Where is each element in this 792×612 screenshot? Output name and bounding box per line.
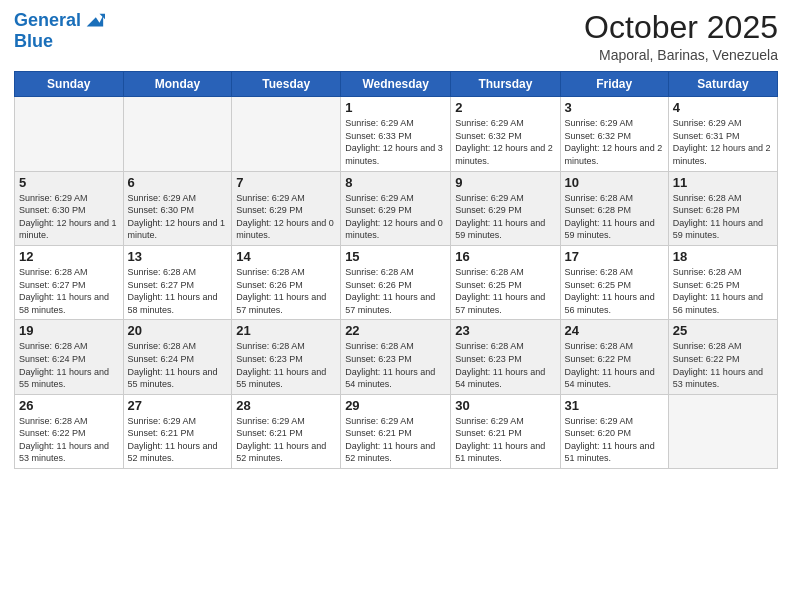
day-number: 28 — [236, 398, 336, 413]
day-cell — [123, 97, 232, 171]
day-number: 1 — [345, 100, 446, 115]
day-info: Sunrise: 6:28 AM Sunset: 6:24 PM Dayligh… — [128, 340, 228, 390]
logo: General Blue — [14, 10, 105, 52]
day-cell: 21Sunrise: 6:28 AM Sunset: 6:23 PM Dayli… — [232, 320, 341, 394]
weekday-saturday: Saturday — [668, 72, 777, 97]
day-number: 20 — [128, 323, 228, 338]
day-cell: 5Sunrise: 6:29 AM Sunset: 6:30 PM Daylig… — [15, 171, 124, 245]
day-info: Sunrise: 6:29 AM Sunset: 6:29 PM Dayligh… — [455, 192, 555, 242]
day-info: Sunrise: 6:28 AM Sunset: 6:28 PM Dayligh… — [673, 192, 773, 242]
day-number: 22 — [345, 323, 446, 338]
day-cell: 6Sunrise: 6:29 AM Sunset: 6:30 PM Daylig… — [123, 171, 232, 245]
day-info: Sunrise: 6:28 AM Sunset: 6:22 PM Dayligh… — [565, 340, 664, 390]
day-cell: 2Sunrise: 6:29 AM Sunset: 6:32 PM Daylig… — [451, 97, 560, 171]
day-info: Sunrise: 6:28 AM Sunset: 6:25 PM Dayligh… — [565, 266, 664, 316]
day-number: 31 — [565, 398, 664, 413]
day-cell: 11Sunrise: 6:28 AM Sunset: 6:28 PM Dayli… — [668, 171, 777, 245]
day-info: Sunrise: 6:28 AM Sunset: 6:23 PM Dayligh… — [345, 340, 446, 390]
weekday-tuesday: Tuesday — [232, 72, 341, 97]
logo-icon — [83, 10, 105, 32]
day-cell: 3Sunrise: 6:29 AM Sunset: 6:32 PM Daylig… — [560, 97, 668, 171]
day-info: Sunrise: 6:29 AM Sunset: 6:33 PM Dayligh… — [345, 117, 446, 167]
day-info: Sunrise: 6:29 AM Sunset: 6:30 PM Dayligh… — [128, 192, 228, 242]
day-cell: 30Sunrise: 6:29 AM Sunset: 6:21 PM Dayli… — [451, 394, 560, 468]
day-info: Sunrise: 6:29 AM Sunset: 6:29 PM Dayligh… — [345, 192, 446, 242]
weekday-monday: Monday — [123, 72, 232, 97]
day-cell: 24Sunrise: 6:28 AM Sunset: 6:22 PM Dayli… — [560, 320, 668, 394]
day-info: Sunrise: 6:29 AM Sunset: 6:21 PM Dayligh… — [345, 415, 446, 465]
day-info: Sunrise: 6:28 AM Sunset: 6:27 PM Dayligh… — [128, 266, 228, 316]
day-cell: 7Sunrise: 6:29 AM Sunset: 6:29 PM Daylig… — [232, 171, 341, 245]
weekday-header-row: SundayMondayTuesdayWednesdayThursdayFrid… — [15, 72, 778, 97]
day-number: 11 — [673, 175, 773, 190]
weekday-thursday: Thursday — [451, 72, 560, 97]
day-number: 7 — [236, 175, 336, 190]
day-cell: 10Sunrise: 6:28 AM Sunset: 6:28 PM Dayli… — [560, 171, 668, 245]
day-info: Sunrise: 6:28 AM Sunset: 6:26 PM Dayligh… — [345, 266, 446, 316]
day-info: Sunrise: 6:28 AM Sunset: 6:25 PM Dayligh… — [455, 266, 555, 316]
weekday-sunday: Sunday — [15, 72, 124, 97]
week-row-3: 12Sunrise: 6:28 AM Sunset: 6:27 PM Dayli… — [15, 245, 778, 319]
day-cell: 23Sunrise: 6:28 AM Sunset: 6:23 PM Dayli… — [451, 320, 560, 394]
day-number: 27 — [128, 398, 228, 413]
day-number: 14 — [236, 249, 336, 264]
day-cell: 14Sunrise: 6:28 AM Sunset: 6:26 PM Dayli… — [232, 245, 341, 319]
day-cell — [668, 394, 777, 468]
day-cell: 25Sunrise: 6:28 AM Sunset: 6:22 PM Dayli… — [668, 320, 777, 394]
day-number: 6 — [128, 175, 228, 190]
day-number: 2 — [455, 100, 555, 115]
day-info: Sunrise: 6:29 AM Sunset: 6:21 PM Dayligh… — [455, 415, 555, 465]
week-row-5: 26Sunrise: 6:28 AM Sunset: 6:22 PM Dayli… — [15, 394, 778, 468]
day-number: 25 — [673, 323, 773, 338]
day-number: 24 — [565, 323, 664, 338]
day-number: 13 — [128, 249, 228, 264]
day-number: 5 — [19, 175, 119, 190]
day-info: Sunrise: 6:29 AM Sunset: 6:21 PM Dayligh… — [128, 415, 228, 465]
weekday-wednesday: Wednesday — [341, 72, 451, 97]
day-info: Sunrise: 6:28 AM Sunset: 6:26 PM Dayligh… — [236, 266, 336, 316]
day-cell: 18Sunrise: 6:28 AM Sunset: 6:25 PM Dayli… — [668, 245, 777, 319]
day-number: 4 — [673, 100, 773, 115]
day-info: Sunrise: 6:28 AM Sunset: 6:23 PM Dayligh… — [236, 340, 336, 390]
title-block: October 2025 Maporal, Barinas, Venezuela — [584, 10, 778, 63]
day-info: Sunrise: 6:28 AM Sunset: 6:24 PM Dayligh… — [19, 340, 119, 390]
calendar: SundayMondayTuesdayWednesdayThursdayFrid… — [14, 71, 778, 469]
day-cell: 28Sunrise: 6:29 AM Sunset: 6:21 PM Dayli… — [232, 394, 341, 468]
month-title: October 2025 — [584, 10, 778, 45]
svg-marker-0 — [87, 16, 104, 27]
day-info: Sunrise: 6:29 AM Sunset: 6:20 PM Dayligh… — [565, 415, 664, 465]
day-cell: 27Sunrise: 6:29 AM Sunset: 6:21 PM Dayli… — [123, 394, 232, 468]
day-cell: 26Sunrise: 6:28 AM Sunset: 6:22 PM Dayli… — [15, 394, 124, 468]
day-info: Sunrise: 6:28 AM Sunset: 6:22 PM Dayligh… — [673, 340, 773, 390]
day-number: 8 — [345, 175, 446, 190]
day-cell: 22Sunrise: 6:28 AM Sunset: 6:23 PM Dayli… — [341, 320, 451, 394]
day-cell: 16Sunrise: 6:28 AM Sunset: 6:25 PM Dayli… — [451, 245, 560, 319]
day-number: 10 — [565, 175, 664, 190]
day-cell: 1Sunrise: 6:29 AM Sunset: 6:33 PM Daylig… — [341, 97, 451, 171]
day-number: 12 — [19, 249, 119, 264]
day-cell: 9Sunrise: 6:29 AM Sunset: 6:29 PM Daylig… — [451, 171, 560, 245]
day-number: 16 — [455, 249, 555, 264]
day-number: 15 — [345, 249, 446, 264]
day-cell: 12Sunrise: 6:28 AM Sunset: 6:27 PM Dayli… — [15, 245, 124, 319]
day-info: Sunrise: 6:28 AM Sunset: 6:25 PM Dayligh… — [673, 266, 773, 316]
day-info: Sunrise: 6:29 AM Sunset: 6:21 PM Dayligh… — [236, 415, 336, 465]
location: Maporal, Barinas, Venezuela — [584, 47, 778, 63]
day-info: Sunrise: 6:28 AM Sunset: 6:22 PM Dayligh… — [19, 415, 119, 465]
day-number: 21 — [236, 323, 336, 338]
day-number: 3 — [565, 100, 664, 115]
day-cell: 8Sunrise: 6:29 AM Sunset: 6:29 PM Daylig… — [341, 171, 451, 245]
day-number: 26 — [19, 398, 119, 413]
day-number: 17 — [565, 249, 664, 264]
day-info: Sunrise: 6:29 AM Sunset: 6:32 PM Dayligh… — [565, 117, 664, 167]
day-cell: 19Sunrise: 6:28 AM Sunset: 6:24 PM Dayli… — [15, 320, 124, 394]
header: General Blue October 2025 Maporal, Barin… — [14, 10, 778, 63]
day-number: 23 — [455, 323, 555, 338]
day-cell: 20Sunrise: 6:28 AM Sunset: 6:24 PM Dayli… — [123, 320, 232, 394]
logo-blue-text: Blue — [14, 32, 105, 52]
week-row-4: 19Sunrise: 6:28 AM Sunset: 6:24 PM Dayli… — [15, 320, 778, 394]
weekday-friday: Friday — [560, 72, 668, 97]
day-number: 29 — [345, 398, 446, 413]
day-info: Sunrise: 6:29 AM Sunset: 6:29 PM Dayligh… — [236, 192, 336, 242]
week-row-2: 5Sunrise: 6:29 AM Sunset: 6:30 PM Daylig… — [15, 171, 778, 245]
